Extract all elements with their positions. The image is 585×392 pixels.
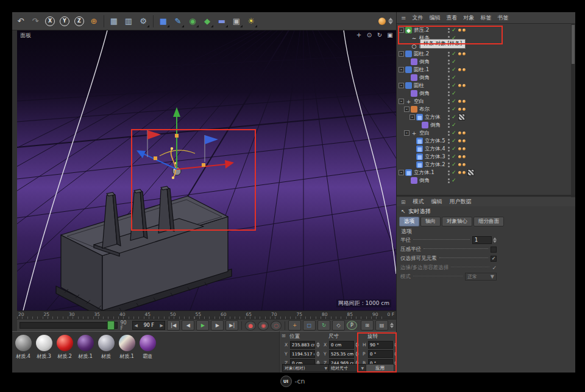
expander-icon[interactable]: - — [410, 114, 415, 120]
spline-pen-button[interactable]: ✎ — [171, 15, 185, 28]
record-keyframe-button[interactable]: ● — [245, 321, 256, 331]
checker-tag-icon[interactable] — [458, 114, 465, 121]
expander-icon[interactable]: - — [399, 170, 404, 175]
autokeying-button[interactable]: ◉ — [258, 321, 269, 331]
param-value-field[interactable]: 1 — [472, 236, 492, 244]
material-sphere-purple[interactable] — [140, 335, 156, 351]
tree-item-立方体.4[interactable]: ■立方体.4✓ — [397, 145, 570, 153]
om-menu-3[interactable]: 查看 — [446, 14, 457, 22]
am-tab-3[interactable]: 用户数据 — [450, 198, 472, 206]
om-menu-1[interactable]: 文件 — [412, 14, 423, 22]
material-item-1[interactable]: 材质.4 — [13, 335, 33, 373]
visibility-dots[interactable] — [448, 131, 450, 136]
arrow-up-icon[interactable] — [388, 18, 393, 21]
material-sphere-textured[interactable] — [119, 335, 135, 351]
texture-tag-dots[interactable] — [458, 29, 466, 32]
lock-y-button[interactable]: Y — [58, 15, 71, 28]
om-menu-4[interactable]: 对象 — [463, 14, 474, 22]
rotation-input[interactable]: 0 ° — [368, 350, 393, 358]
size-input[interactable]: 525.35 cm — [329, 350, 354, 358]
tree-item-立方体.2[interactable]: ■立方体.2✓ — [397, 161, 570, 169]
goto-start-button[interactable]: |◀ — [167, 320, 180, 331]
transport-scroll-arrows[interactable] — [390, 323, 394, 328]
tree-item-挤压.2[interactable]: -◆挤压.2✓ — [397, 26, 570, 34]
visibility-dots[interactable] — [448, 163, 450, 167]
enabled-check-icon[interactable]: ✓ — [452, 59, 456, 65]
om-menu-5[interactable]: 标签 — [480, 14, 491, 22]
enabled-check-icon[interactable]: ✓ — [452, 170, 456, 175]
undo-icon[interactable]: ↶ — [14, 15, 27, 28]
material-sphere-violet[interactable] — [77, 335, 94, 351]
frame-decrement-icon[interactable]: ◀ — [133, 323, 139, 328]
visibility-dots[interactable] — [448, 52, 450, 57]
size-input[interactable]: 0 cm — [329, 341, 354, 349]
om-menu-6[interactable]: 书签 — [497, 14, 508, 22]
timeline-slider-handle[interactable] — [107, 321, 115, 330]
tree-item-立方体.5[interactable]: ■立方体.5✓ — [397, 137, 570, 145]
checker-tag-icon[interactable] — [467, 169, 474, 176]
material-sphere-white[interactable] — [36, 335, 52, 351]
tree-item-立方体.1[interactable]: -■立方体.1✓ — [397, 169, 570, 177]
frame-field[interactable]: 90 F — [139, 323, 158, 328]
visibility-dots[interactable] — [448, 28, 450, 33]
texture-tag-dots[interactable] — [458, 147, 466, 150]
expander-icon[interactable]: - — [399, 83, 404, 88]
tree-item-布尔[interactable]: -布尔✓ — [397, 105, 570, 113]
texture-tag-dots[interactable] — [458, 171, 466, 174]
next-frame-button[interactable]: ▶ — [211, 320, 224, 331]
pla-record-button[interactable]: P — [347, 321, 357, 330]
tree-item-圆柱[interactable]: -圆柱✓ — [397, 82, 570, 89]
size-mode-dropdown[interactable]: 绝对尺寸▼ — [328, 364, 366, 372]
enabled-check-icon[interactable]: ✓ — [452, 114, 456, 120]
redo-icon[interactable]: ↷ — [29, 15, 42, 28]
light-button[interactable]: ☀ — [244, 15, 258, 28]
material-item-7[interactable]: 霸道 — [138, 335, 157, 373]
enabled-check-icon[interactable]: ✓ — [452, 122, 456, 128]
enabled-check-icon[interactable]: ✓ — [452, 83, 456, 88]
enabled-check-icon[interactable]: ✓ — [452, 99, 456, 104]
tree-item-空白[interactable]: -+空白✓ — [397, 129, 570, 137]
stepper-arrows[interactable] — [316, 351, 320, 357]
tree-item-立方体[interactable]: -■立方体✓ — [397, 113, 570, 121]
lock-z-button[interactable]: Z — [73, 15, 86, 28]
stepper-arrows[interactable] — [316, 342, 320, 348]
material-item-5[interactable]: 材质 — [96, 335, 116, 373]
key-parameter-toggle[interactable]: ◇ — [332, 320, 345, 331]
am-tab-1[interactable]: 模式 — [413, 198, 424, 206]
play-button[interactable]: ▶ — [196, 320, 209, 331]
arrow-down-icon[interactable] — [388, 21, 393, 24]
material-item-6[interactable]: 材质.1 — [117, 335, 136, 373]
tree-item-倒角[interactable]: 倒角✓ — [397, 121, 570, 129]
rotate-icon[interactable]: ↻ — [376, 32, 383, 38]
expander-icon[interactable]: - — [404, 130, 410, 136]
stepper-arrows[interactable] — [355, 351, 359, 357]
stepper-arrows[interactable] — [493, 237, 497, 243]
tree-item-立方体.3[interactable]: ■立方体.3✓ — [397, 153, 570, 161]
frame-spinner[interactable]: ◀ 90 F ▶ — [132, 321, 165, 330]
tree-item-圆柱.1[interactable]: -圆柱.1✓ — [397, 66, 570, 74]
om-menu-2[interactable]: 编辑 — [429, 14, 440, 22]
viewport-canvas[interactable]: 面板 +⊙↻▣ 网格间距 : 1000 cm — [17, 30, 396, 310]
param-dropdown[interactable]: 正常▼ — [465, 273, 497, 281]
camera-button[interactable]: ▣ — [230, 15, 243, 28]
expander-icon[interactable]: - — [399, 99, 404, 104]
maximize-icon[interactable]: ▣ — [386, 32, 394, 38]
render-region-button[interactable]: ▥ — [122, 15, 135, 28]
visibility-dots[interactable] — [448, 83, 450, 88]
expander-icon[interactable]: - — [399, 51, 404, 57]
subtab-选项[interactable]: 选项 — [399, 217, 419, 226]
am-tab-2[interactable]: 编辑 — [431, 198, 442, 206]
texture-tag-dots[interactable] — [458, 100, 466, 103]
record-options-button[interactable]: ◌ — [271, 321, 282, 331]
snap-settings-icon[interactable]: ⊞ — [361, 320, 374, 331]
enabled-check-icon[interactable]: ✓ — [452, 51, 456, 57]
generator-button[interactable]: ◉ — [186, 15, 199, 28]
tree-item-倒角[interactable]: 倒角✓ — [397, 89, 570, 97]
deformer-button[interactable]: ◆ — [200, 15, 214, 28]
subtab-细分曲面[interactable]: 细分曲面 — [473, 217, 504, 226]
prev-frame-button[interactable]: ◀ — [182, 320, 194, 331]
enabled-check-icon[interactable]: ✓ — [452, 67, 456, 72]
material-item-3[interactable]: 材质.2 — [55, 335, 74, 373]
layout-grid-icon[interactable]: ▤ — [375, 320, 388, 331]
param-checkbox[interactable]: ✓ — [491, 256, 497, 262]
